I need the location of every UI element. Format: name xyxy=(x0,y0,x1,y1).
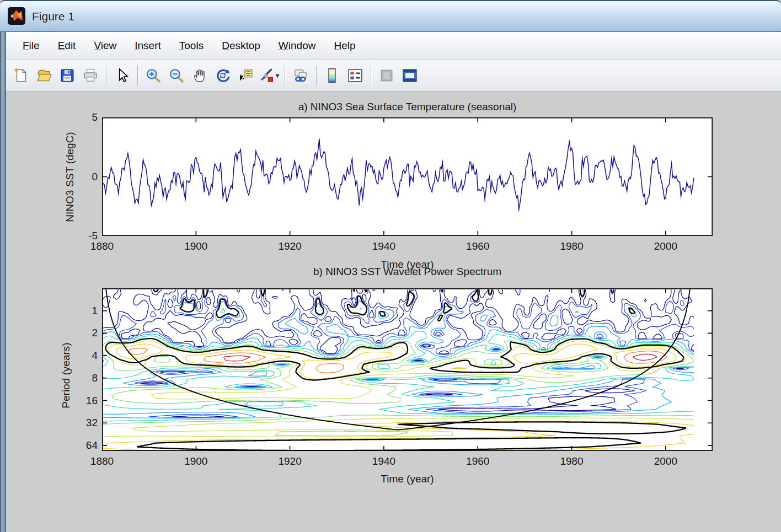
insert-legend-button[interactable] xyxy=(344,63,367,88)
wavelet-spectrum-plot[interactable] xyxy=(102,288,713,451)
save-figure-button[interactable] xyxy=(56,63,79,88)
x-tick-label: 1980 xyxy=(547,240,597,252)
legend-icon xyxy=(347,68,363,83)
pan-button[interactable] xyxy=(188,63,211,88)
show-plot-tools-dock-button[interactable] xyxy=(398,63,421,88)
window-frame-left xyxy=(0,32,6,532)
plot-b-xlabel: Time (year) xyxy=(102,473,713,485)
new-document-icon xyxy=(13,68,29,83)
pan-hand-icon xyxy=(192,68,207,83)
toolbar-separator xyxy=(285,66,285,85)
menu-item-edit[interactable]: Edit xyxy=(51,37,83,54)
y-tick-label: 4 xyxy=(54,350,98,362)
printer-icon xyxy=(83,68,98,83)
zoom-out-button[interactable] xyxy=(165,63,188,88)
new-figure-button[interactable] xyxy=(9,63,33,88)
hide-plot-tools-button[interactable] xyxy=(375,63,398,88)
menu-item-desktop[interactable]: Desktop xyxy=(215,37,267,54)
toolbar: ▼ xyxy=(6,60,781,92)
data-cursor-button[interactable] xyxy=(234,63,258,88)
brush-dropdown-caret[interactable]: ▼ xyxy=(275,72,280,79)
toolbar-separator xyxy=(371,66,371,85)
x-tick-label: 1920 xyxy=(265,455,315,467)
y-tick-label: -5 xyxy=(54,230,98,242)
x-tick-label: 2000 xyxy=(641,455,691,467)
title-bar[interactable]: Figure 1 xyxy=(0,0,781,32)
figure-window: Figure 1 File Edit View Insert Tools Des… xyxy=(0,0,781,532)
link-chain-icon xyxy=(293,68,308,83)
x-tick-label: 1920 xyxy=(265,240,315,252)
insert-colorbar-button[interactable] xyxy=(320,63,344,88)
x-tick-label: 1880 xyxy=(77,455,127,467)
plot-a-title: a) NINO3 Sea Surface Temperature (season… xyxy=(102,101,713,113)
x-tick-label: 1980 xyxy=(547,455,597,467)
y-tick-label: 8 xyxy=(54,372,98,384)
dock-figure-icon xyxy=(402,68,418,83)
x-tick-label: 1940 xyxy=(359,240,409,252)
menu-item-window[interactable]: Window xyxy=(272,37,323,54)
x-tick-label: 1960 xyxy=(453,240,502,252)
brush-icon xyxy=(259,68,274,83)
brush-data-button[interactable]: ▼ xyxy=(258,63,281,88)
figure-canvas-area: a) NINO3 Sea Surface Temperature (season… xyxy=(6,92,781,532)
save-floppy-icon xyxy=(60,68,75,83)
y-tick-label: 32 xyxy=(54,417,98,429)
x-tick-label: 1880 xyxy=(77,240,127,252)
open-file-button[interactable] xyxy=(33,63,56,88)
arrow-cursor-icon xyxy=(114,68,130,83)
data-cursor-icon xyxy=(238,68,254,83)
link-plot-button[interactable] xyxy=(289,63,312,88)
toolbar-separator xyxy=(106,66,106,85)
plot-b-title: b) NINO3 SST Wavelet Power Spectrum xyxy=(102,266,713,278)
rotate-3d-button[interactable] xyxy=(211,63,234,88)
y-tick-label: 16 xyxy=(54,395,98,407)
y-tick-label: 5 xyxy=(54,111,98,123)
matlab-logo-icon xyxy=(8,7,25,25)
x-tick-label: 1940 xyxy=(359,455,409,467)
y-tick-label: 1 xyxy=(54,305,98,317)
zoom-in-button[interactable] xyxy=(142,63,165,88)
window-title: Figure 1 xyxy=(32,1,74,32)
menu-bar: File Edit View Insert Tools Desktop Wind… xyxy=(6,32,781,60)
print-figure-button[interactable] xyxy=(79,63,102,88)
menu-item-tools[interactable]: Tools xyxy=(173,37,210,54)
menu-item-help[interactable]: Help xyxy=(327,37,362,54)
x-tick-label: 2000 xyxy=(641,240,691,252)
x-tick-label: 1960 xyxy=(453,455,502,467)
menu-item-view[interactable]: View xyxy=(87,37,123,54)
y-tick-label: 0 xyxy=(54,171,98,183)
x-tick-label: 1900 xyxy=(171,240,221,252)
y-tick-label: 64 xyxy=(54,439,98,452)
open-folder-icon xyxy=(36,68,52,83)
toolbar-separator xyxy=(137,66,138,85)
hide-plot-tools-icon xyxy=(379,68,394,83)
rotate-3d-icon xyxy=(215,68,231,83)
zoom-in-icon xyxy=(146,68,161,83)
sst-timeseries-plot[interactable] xyxy=(102,117,713,236)
edit-plot-button[interactable] xyxy=(110,63,133,88)
zoom-out-icon xyxy=(169,68,184,83)
menu-item-file[interactable]: File xyxy=(16,37,46,54)
y-tick-label: 2 xyxy=(54,327,98,339)
toolbar-separator xyxy=(316,66,317,85)
colorbar-icon xyxy=(324,68,340,83)
x-tick-label: 1900 xyxy=(171,455,221,467)
menu-item-insert[interactable]: Insert xyxy=(128,37,168,54)
